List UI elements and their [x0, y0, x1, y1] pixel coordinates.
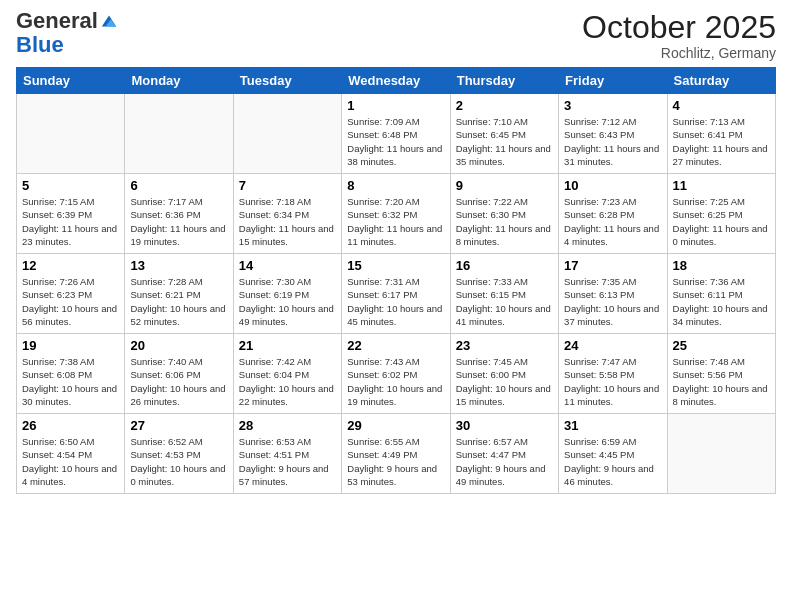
calendar-table: Sunday Monday Tuesday Wednesday Thursday…	[16, 67, 776, 494]
day-info: Sunrise: 7:13 AM Sunset: 6:41 PM Dayligh…	[673, 115, 770, 168]
month-title: October 2025	[582, 10, 776, 45]
day-info: Sunrise: 6:59 AM Sunset: 4:45 PM Dayligh…	[564, 435, 661, 488]
table-row: 5Sunrise: 7:15 AM Sunset: 6:39 PM Daylig…	[17, 174, 125, 254]
table-row: 31Sunrise: 6:59 AM Sunset: 4:45 PM Dayli…	[559, 414, 667, 494]
table-row	[667, 414, 775, 494]
day-info: Sunrise: 7:18 AM Sunset: 6:34 PM Dayligh…	[239, 195, 336, 248]
logo: General Blue	[16, 10, 118, 58]
day-number: 29	[347, 418, 444, 433]
table-row: 19Sunrise: 7:38 AM Sunset: 6:08 PM Dayli…	[17, 334, 125, 414]
table-row: 18Sunrise: 7:36 AM Sunset: 6:11 PM Dayli…	[667, 254, 775, 334]
table-row: 30Sunrise: 6:57 AM Sunset: 4:47 PM Dayli…	[450, 414, 558, 494]
table-row: 6Sunrise: 7:17 AM Sunset: 6:36 PM Daylig…	[125, 174, 233, 254]
title-block: October 2025 Rochlitz, Germany	[582, 10, 776, 61]
table-row: 1Sunrise: 7:09 AM Sunset: 6:48 PM Daylig…	[342, 94, 450, 174]
day-info: Sunrise: 7:45 AM Sunset: 6:00 PM Dayligh…	[456, 355, 553, 408]
day-number: 28	[239, 418, 336, 433]
day-number: 8	[347, 178, 444, 193]
calendar-week-row: 19Sunrise: 7:38 AM Sunset: 6:08 PM Dayli…	[17, 334, 776, 414]
day-number: 18	[673, 258, 770, 273]
table-row	[233, 94, 341, 174]
calendar-week-row: 26Sunrise: 6:50 AM Sunset: 4:54 PM Dayli…	[17, 414, 776, 494]
day-info: Sunrise: 7:43 AM Sunset: 6:02 PM Dayligh…	[347, 355, 444, 408]
day-info: Sunrise: 7:48 AM Sunset: 5:56 PM Dayligh…	[673, 355, 770, 408]
table-row: 15Sunrise: 7:31 AM Sunset: 6:17 PM Dayli…	[342, 254, 450, 334]
calendar-week-row: 1Sunrise: 7:09 AM Sunset: 6:48 PM Daylig…	[17, 94, 776, 174]
table-row: 27Sunrise: 6:52 AM Sunset: 4:53 PM Dayli…	[125, 414, 233, 494]
logo-icon	[100, 12, 118, 30]
table-row	[125, 94, 233, 174]
day-info: Sunrise: 7:23 AM Sunset: 6:28 PM Dayligh…	[564, 195, 661, 248]
day-info: Sunrise: 7:36 AM Sunset: 6:11 PM Dayligh…	[673, 275, 770, 328]
day-info: Sunrise: 7:42 AM Sunset: 6:04 PM Dayligh…	[239, 355, 336, 408]
day-info: Sunrise: 6:55 AM Sunset: 4:49 PM Dayligh…	[347, 435, 444, 488]
table-row: 4Sunrise: 7:13 AM Sunset: 6:41 PM Daylig…	[667, 94, 775, 174]
day-number: 1	[347, 98, 444, 113]
day-number: 17	[564, 258, 661, 273]
day-info: Sunrise: 7:26 AM Sunset: 6:23 PM Dayligh…	[22, 275, 119, 328]
table-row: 13Sunrise: 7:28 AM Sunset: 6:21 PM Dayli…	[125, 254, 233, 334]
day-info: Sunrise: 7:09 AM Sunset: 6:48 PM Dayligh…	[347, 115, 444, 168]
day-info: Sunrise: 7:40 AM Sunset: 6:06 PM Dayligh…	[130, 355, 227, 408]
day-number: 16	[456, 258, 553, 273]
table-row: 29Sunrise: 6:55 AM Sunset: 4:49 PM Dayli…	[342, 414, 450, 494]
col-saturday: Saturday	[667, 68, 775, 94]
day-info: Sunrise: 7:25 AM Sunset: 6:25 PM Dayligh…	[673, 195, 770, 248]
day-info: Sunrise: 7:22 AM Sunset: 6:30 PM Dayligh…	[456, 195, 553, 248]
col-thursday: Thursday	[450, 68, 558, 94]
day-number: 6	[130, 178, 227, 193]
day-info: Sunrise: 6:53 AM Sunset: 4:51 PM Dayligh…	[239, 435, 336, 488]
day-info: Sunrise: 7:47 AM Sunset: 5:58 PM Dayligh…	[564, 355, 661, 408]
day-info: Sunrise: 7:35 AM Sunset: 6:13 PM Dayligh…	[564, 275, 661, 328]
table-row: 21Sunrise: 7:42 AM Sunset: 6:04 PM Dayli…	[233, 334, 341, 414]
day-number: 20	[130, 338, 227, 353]
day-number: 24	[564, 338, 661, 353]
table-row: 7Sunrise: 7:18 AM Sunset: 6:34 PM Daylig…	[233, 174, 341, 254]
table-row: 23Sunrise: 7:45 AM Sunset: 6:00 PM Dayli…	[450, 334, 558, 414]
day-number: 13	[130, 258, 227, 273]
col-sunday: Sunday	[17, 68, 125, 94]
table-row: 11Sunrise: 7:25 AM Sunset: 6:25 PM Dayli…	[667, 174, 775, 254]
day-number: 7	[239, 178, 336, 193]
table-row: 2Sunrise: 7:10 AM Sunset: 6:45 PM Daylig…	[450, 94, 558, 174]
day-info: Sunrise: 7:28 AM Sunset: 6:21 PM Dayligh…	[130, 275, 227, 328]
table-row: 9Sunrise: 7:22 AM Sunset: 6:30 PM Daylig…	[450, 174, 558, 254]
day-info: Sunrise: 7:38 AM Sunset: 6:08 PM Dayligh…	[22, 355, 119, 408]
logo-general-text: General	[16, 10, 98, 32]
calendar-header-row: Sunday Monday Tuesday Wednesday Thursday…	[17, 68, 776, 94]
table-row: 3Sunrise: 7:12 AM Sunset: 6:43 PM Daylig…	[559, 94, 667, 174]
table-row: 12Sunrise: 7:26 AM Sunset: 6:23 PM Dayli…	[17, 254, 125, 334]
day-number: 10	[564, 178, 661, 193]
day-info: Sunrise: 7:10 AM Sunset: 6:45 PM Dayligh…	[456, 115, 553, 168]
day-info: Sunrise: 6:57 AM Sunset: 4:47 PM Dayligh…	[456, 435, 553, 488]
logo-blue-text: Blue	[16, 32, 64, 58]
day-info: Sunrise: 7:17 AM Sunset: 6:36 PM Dayligh…	[130, 195, 227, 248]
table-row: 25Sunrise: 7:48 AM Sunset: 5:56 PM Dayli…	[667, 334, 775, 414]
day-number: 23	[456, 338, 553, 353]
day-number: 26	[22, 418, 119, 433]
day-number: 15	[347, 258, 444, 273]
day-number: 11	[673, 178, 770, 193]
calendar-week-row: 12Sunrise: 7:26 AM Sunset: 6:23 PM Dayli…	[17, 254, 776, 334]
day-number: 21	[239, 338, 336, 353]
day-info: Sunrise: 7:31 AM Sunset: 6:17 PM Dayligh…	[347, 275, 444, 328]
day-number: 25	[673, 338, 770, 353]
day-number: 5	[22, 178, 119, 193]
day-number: 31	[564, 418, 661, 433]
day-info: Sunrise: 6:50 AM Sunset: 4:54 PM Dayligh…	[22, 435, 119, 488]
day-number: 3	[564, 98, 661, 113]
day-number: 2	[456, 98, 553, 113]
table-row: 24Sunrise: 7:47 AM Sunset: 5:58 PM Dayli…	[559, 334, 667, 414]
day-info: Sunrise: 7:30 AM Sunset: 6:19 PM Dayligh…	[239, 275, 336, 328]
day-number: 9	[456, 178, 553, 193]
table-row: 17Sunrise: 7:35 AM Sunset: 6:13 PM Dayli…	[559, 254, 667, 334]
day-number: 30	[456, 418, 553, 433]
day-number: 22	[347, 338, 444, 353]
table-row: 20Sunrise: 7:40 AM Sunset: 6:06 PM Dayli…	[125, 334, 233, 414]
day-number: 19	[22, 338, 119, 353]
day-info: Sunrise: 6:52 AM Sunset: 4:53 PM Dayligh…	[130, 435, 227, 488]
day-info: Sunrise: 7:20 AM Sunset: 6:32 PM Dayligh…	[347, 195, 444, 248]
day-number: 27	[130, 418, 227, 433]
col-wednesday: Wednesday	[342, 68, 450, 94]
day-info: Sunrise: 7:33 AM Sunset: 6:15 PM Dayligh…	[456, 275, 553, 328]
